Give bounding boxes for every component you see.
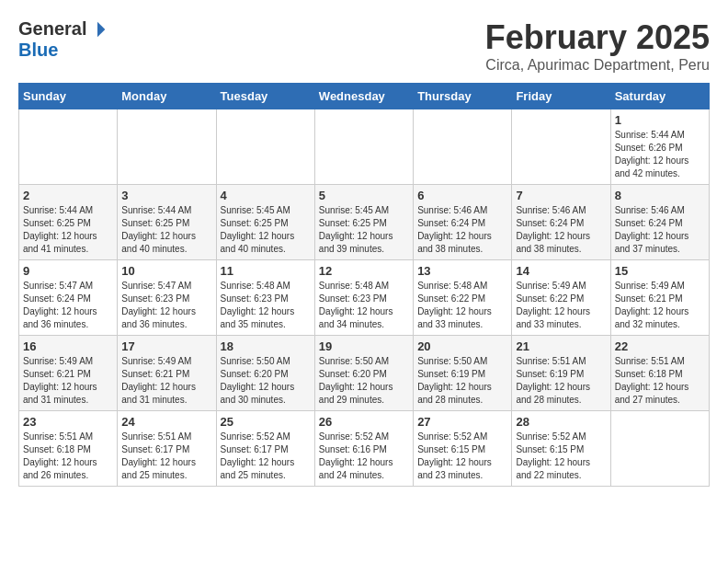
day-number: 6 [417,189,507,202]
day-info: Sunrise: 5:52 AMSunset: 6:15 PMDaylight:… [516,431,606,482]
day-number: 7 [516,189,606,202]
day-number: 22 [615,339,705,353]
day-info: Sunrise: 5:47 AMSunset: 6:23 PMDaylight:… [121,280,211,331]
day-cell: 26Sunrise: 5:52 AMSunset: 6:16 PMDayligh… [314,411,413,487]
col-header-monday: Monday [118,84,216,109]
day-cell: 3Sunrise: 5:44 AMSunset: 6:25 PMDaylight… [118,185,216,260]
main-title: February 2025 [485,18,710,57]
day-number: 1 [615,113,705,127]
day-info: Sunrise: 5:51 AMSunset: 6:19 PMDaylight:… [516,355,606,407]
day-number: 19 [319,339,409,353]
day-number: 26 [319,415,409,429]
day-number: 23 [23,415,113,429]
week-row-5: 23Sunrise: 5:51 AMSunset: 6:18 PMDayligh… [19,411,710,487]
day-info: Sunrise: 5:45 AMSunset: 6:25 PMDaylight:… [221,204,311,256]
day-number: 28 [516,415,606,429]
day-cell [216,109,314,185]
day-info: Sunrise: 5:52 AMSunset: 6:15 PMDaylight:… [417,431,507,482]
week-row-2: 2Sunrise: 5:44 AMSunset: 6:25 PMDaylight… [19,185,710,260]
svg-marker-0 [97,21,105,37]
day-cell: 11Sunrise: 5:48 AMSunset: 6:23 PMDayligh… [216,260,314,336]
day-info: Sunrise: 5:50 AMSunset: 6:19 PMDaylight:… [417,355,507,407]
day-info: Sunrise: 5:48 AMSunset: 6:23 PMDaylight:… [221,280,311,331]
calendar-header-row: SundayMondayTuesdayWednesdayThursdayFrid… [19,84,710,109]
day-cell: 7Sunrise: 5:46 AMSunset: 6:24 PMDaylight… [512,185,610,260]
day-number: 3 [121,189,211,202]
col-header-sunday: Sunday [19,84,118,109]
day-cell: 4Sunrise: 5:45 AMSunset: 6:25 PMDaylight… [216,185,314,260]
day-number: 8 [615,189,705,202]
day-cell [118,109,216,185]
day-cell: 13Sunrise: 5:48 AMSunset: 6:22 PMDayligh… [414,260,512,336]
logo: General Blue [18,18,107,61]
day-number: 10 [121,264,211,278]
day-cell: 23Sunrise: 5:51 AMSunset: 6:18 PMDayligh… [19,411,118,487]
day-cell [19,109,118,185]
day-info: Sunrise: 5:49 AMSunset: 6:22 PMDaylight:… [516,280,606,331]
day-number: 20 [417,339,507,353]
day-cell [610,411,709,487]
day-number: 18 [221,339,311,353]
day-number: 4 [221,189,311,202]
week-row-4: 16Sunrise: 5:49 AMSunset: 6:21 PMDayligh… [19,336,710,411]
day-cell: 15Sunrise: 5:49 AMSunset: 6:21 PMDayligh… [610,260,709,336]
day-number: 27 [417,415,507,429]
day-cell: 2Sunrise: 5:44 AMSunset: 6:25 PMDaylight… [19,185,118,260]
day-cell: 24Sunrise: 5:51 AMSunset: 6:17 PMDayligh… [118,411,216,487]
day-info: Sunrise: 5:51 AMSunset: 6:18 PMDaylight:… [23,431,113,482]
day-number: 24 [121,415,211,429]
day-cell: 21Sunrise: 5:51 AMSunset: 6:19 PMDayligh… [512,336,610,411]
day-cell: 17Sunrise: 5:49 AMSunset: 6:21 PMDayligh… [118,336,216,411]
day-number: 9 [23,264,113,278]
day-cell: 1Sunrise: 5:44 AMSunset: 6:26 PMDaylight… [610,109,709,185]
day-number: 11 [221,264,311,278]
day-cell: 8Sunrise: 5:46 AMSunset: 6:24 PMDaylight… [610,185,709,260]
day-cell: 27Sunrise: 5:52 AMSunset: 6:15 PMDayligh… [414,411,512,487]
day-info: Sunrise: 5:44 AMSunset: 6:25 PMDaylight:… [121,204,211,256]
day-cell [414,109,512,185]
day-cell: 18Sunrise: 5:50 AMSunset: 6:20 PMDayligh… [216,336,314,411]
day-cell: 12Sunrise: 5:48 AMSunset: 6:23 PMDayligh… [314,260,413,336]
day-number: 15 [615,264,705,278]
day-info: Sunrise: 5:51 AMSunset: 6:17 PMDaylight:… [121,431,211,482]
day-info: Sunrise: 5:50 AMSunset: 6:20 PMDaylight:… [319,355,409,407]
day-info: Sunrise: 5:49 AMSunset: 6:21 PMDaylight:… [23,355,113,407]
day-cell: 9Sunrise: 5:47 AMSunset: 6:24 PMDaylight… [19,260,118,336]
sub-title: Circa, Apurimac Department, Peru [485,57,710,74]
day-cell [314,109,413,185]
day-number: 17 [121,339,211,353]
day-number: 25 [221,415,311,429]
col-header-tuesday: Tuesday [216,84,314,109]
day-info: Sunrise: 5:52 AMSunset: 6:16 PMDaylight:… [319,431,409,482]
day-cell: 22Sunrise: 5:51 AMSunset: 6:18 PMDayligh… [610,336,709,411]
day-info: Sunrise: 5:49 AMSunset: 6:21 PMDaylight:… [121,355,211,407]
title-area: February 2025 Circa, Apurimac Department… [485,18,710,74]
day-cell: 19Sunrise: 5:50 AMSunset: 6:20 PMDayligh… [314,336,413,411]
day-cell: 5Sunrise: 5:45 AMSunset: 6:25 PMDaylight… [314,185,413,260]
day-info: Sunrise: 5:46 AMSunset: 6:24 PMDaylight:… [417,204,507,256]
day-cell: 28Sunrise: 5:52 AMSunset: 6:15 PMDayligh… [512,411,610,487]
week-row-1: 1Sunrise: 5:44 AMSunset: 6:26 PMDaylight… [19,109,710,185]
calendar-table: SundayMondayTuesdayWednesdayThursdayFrid… [18,83,710,487]
day-info: Sunrise: 5:48 AMSunset: 6:23 PMDaylight:… [319,280,409,331]
day-number: 5 [319,189,409,202]
day-info: Sunrise: 5:52 AMSunset: 6:17 PMDaylight:… [221,431,311,482]
day-info: Sunrise: 5:46 AMSunset: 6:24 PMDaylight:… [615,204,705,256]
col-header-friday: Friday [512,84,610,109]
day-cell [512,109,610,185]
week-row-3: 9Sunrise: 5:47 AMSunset: 6:24 PMDaylight… [19,260,710,336]
day-number: 13 [417,264,507,278]
logo-icon [88,20,107,39]
day-info: Sunrise: 5:44 AMSunset: 6:25 PMDaylight:… [23,204,113,256]
day-info: Sunrise: 5:44 AMSunset: 6:26 PMDaylight:… [615,129,705,180]
day-info: Sunrise: 5:47 AMSunset: 6:24 PMDaylight:… [23,280,113,331]
day-cell: 20Sunrise: 5:50 AMSunset: 6:19 PMDayligh… [414,336,512,411]
day-number: 21 [516,339,606,353]
logo-blue-text: Blue [18,40,58,61]
day-number: 2 [23,189,113,202]
col-header-thursday: Thursday [414,84,512,109]
day-number: 12 [319,264,409,278]
day-cell: 6Sunrise: 5:46 AMSunset: 6:24 PMDaylight… [414,185,512,260]
day-number: 14 [516,264,606,278]
day-info: Sunrise: 5:51 AMSunset: 6:18 PMDaylight:… [615,355,705,407]
